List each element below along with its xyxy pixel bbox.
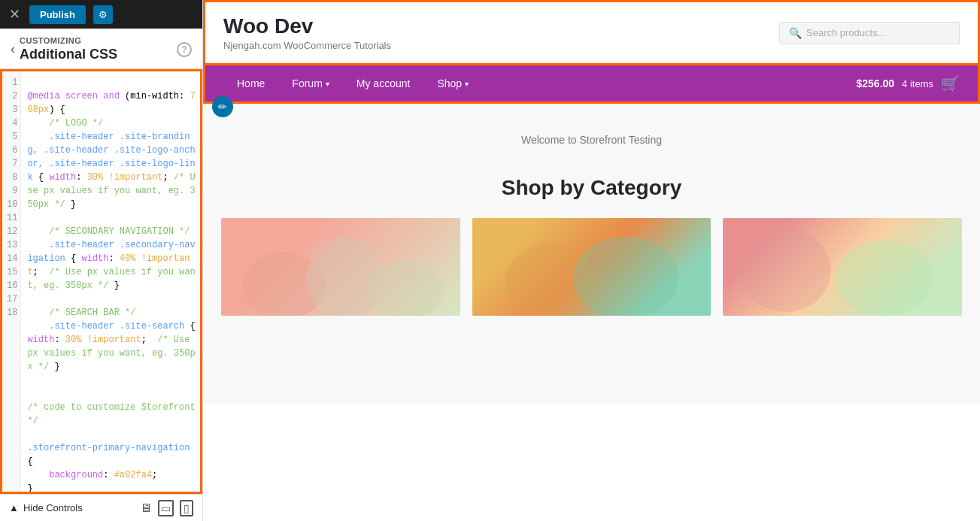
nav-forum[interactable]: Forum ▾: [278, 65, 342, 101]
top-bar: ✕ Publish ⚙: [0, 0, 202, 29]
svg-point-6: [835, 241, 933, 316]
svg-point-4: [572, 237, 678, 316]
site-content: Welcome to Storefront Testing Shop by Ca…: [203, 104, 980, 404]
top-bar-left: ✕ Publish ⚙: [6, 5, 113, 24]
customizing-info: Customizing Additional CSS: [20, 36, 117, 62]
customizing-header-left: ‹ Customizing Additional CSS: [11, 36, 117, 62]
mobile-icon[interactable]: ▯: [180, 500, 193, 516]
hide-controls-arrow: ▲: [9, 502, 19, 513]
device-icons: 🖥 ▭ ▯: [140, 500, 193, 516]
search-icon: 🔍: [789, 27, 802, 39]
bottom-bar: ▲ Hide Controls 🖥 ▭ ▯: [0, 494, 202, 521]
nav-home[interactable]: Home: [223, 65, 278, 101]
category-card-1[interactable]: [221, 218, 460, 316]
code-content[interactable]: @media screen and (min-width: 768px) { /…: [21, 71, 200, 494]
forum-chevron-icon: ▾: [326, 80, 329, 88]
nav-bar: Home Forum ▾ My account Shop ▾ $256.00 4…: [203, 63, 980, 104]
nav-links: Home Forum ▾ My account Shop ▾: [223, 65, 482, 101]
nav-shop[interactable]: Shop ▾: [423, 65, 482, 101]
cart-price: $256.00: [856, 77, 894, 89]
svg-point-5: [741, 229, 831, 312]
desktop-icon[interactable]: 🖥: [140, 501, 152, 515]
tablet-icon[interactable]: ▭: [158, 500, 174, 516]
svg-point-1: [307, 237, 382, 316]
back-arrow-icon[interactable]: ‹: [11, 41, 15, 57]
publish-button[interactable]: Publish: [29, 5, 86, 24]
hide-controls-button[interactable]: ▲ Hide Controls: [9, 502, 83, 513]
close-button[interactable]: ✕: [6, 6, 23, 23]
search-placeholder: Search products...: [806, 27, 886, 38]
section-title: Additional CSS: [20, 47, 117, 62]
search-box[interactable]: 🔍 Search products...: [779, 22, 960, 44]
customizing-label: Customizing: [20, 36, 117, 45]
category-card-2[interactable]: [472, 218, 711, 316]
site-title: Woo Dev: [223, 14, 391, 38]
cart-area[interactable]: $256.00 4 items 🛒: [856, 74, 960, 92]
code-editor[interactable]: 1 2 3 4 5 6 7 8 9 10 11 12 13 14 15 16 1…: [0, 69, 202, 494]
shop-by-category-heading: Shop by Category: [221, 176, 962, 200]
welcome-text: Welcome to Storefront Testing: [221, 134, 962, 146]
site-tagline: Njengah.com WooCommerce Tutorials: [223, 40, 391, 51]
category-card-3[interactable]: [723, 218, 962, 316]
category-grid: [221, 218, 962, 316]
line-numbers: 1 2 3 4 5 6 7 8 9 10 11 12 13 14 15 16 1…: [2, 71, 21, 494]
cart-icon[interactable]: 🛒: [941, 74, 960, 92]
nav-my-account[interactable]: My account: [343, 65, 424, 101]
settings-button[interactable]: ⚙: [93, 5, 113, 24]
left-panel: ✕ Publish ⚙ ‹ Customizing Additional CSS…: [0, 0, 203, 521]
site-header: Woo Dev Njengah.com WooCommerce Tutorial…: [203, 0, 980, 65]
site-branding: Woo Dev Njengah.com WooCommerce Tutorial…: [223, 14, 391, 51]
customizing-header: ‹ Customizing Additional CSS ?: [0, 29, 202, 69]
preview-area: ✏ Woo Dev Njengah.com WooCommerce Tutori…: [203, 0, 980, 521]
cart-count: 4 items: [902, 78, 933, 89]
hide-controls-label: Hide Controls: [23, 502, 83, 513]
help-icon[interactable]: ?: [177, 42, 192, 57]
shop-chevron-icon: ▾: [465, 80, 469, 88]
edit-pencil-icon[interactable]: ✏: [212, 96, 233, 117]
code-lines: 1 2 3 4 5 6 7 8 9 10 11 12 13 14 15 16 1…: [2, 71, 200, 494]
